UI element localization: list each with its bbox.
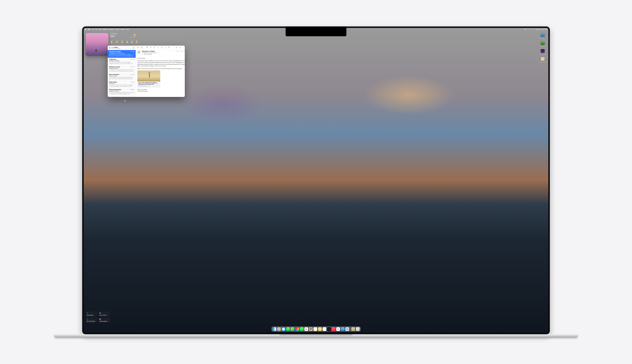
menu-message[interactable]: Message (108, 29, 114, 30)
envelope-icon[interactable] (137, 46, 139, 48)
desktop-file-label: Aura Portrait (540, 54, 546, 55)
menu-help[interactable]: Help (126, 29, 129, 30)
message-list-item[interactable]: Michael KlineburgerYesterdayBonjour from… (108, 88, 136, 96)
dock-app-finder[interactable] (272, 327, 276, 331)
compose-icon[interactable] (141, 46, 142, 48)
svg-point-14 (133, 47, 134, 48)
dock-app-app-store[interactable] (341, 327, 344, 331)
svg-rect-12 (100, 319, 100, 320)
link-preview-card[interactable]: Learn to fly | High Wind Paragliding | F… (137, 70, 160, 88)
reply-icon[interactable] (157, 46, 159, 48)
sender-avatar: AA (137, 50, 140, 54)
dock-app-calendar[interactable]: JUN5 (304, 327, 308, 331)
spotlight-icon[interactable] (530, 28, 532, 30)
link-preview-title: Learn to fly | High Wind Paragliding | F… (138, 82, 159, 85)
dock-app-maps[interactable] (291, 327, 294, 331)
message-list-item[interactable]: Adventure @ Apple9:01 AMParagliding excu… (108, 50, 136, 58)
mail-list-header: Inbox 11 messages (108, 46, 136, 50)
dock-app-music[interactable] (332, 327, 336, 331)
reply-all-icon[interactable] (161, 46, 163, 48)
dock-app-freeform[interactable] (322, 327, 326, 331)
list-subject: Paragliding excursion sign-up (109, 52, 134, 54)
weather-hourly: 10AM 11AM 12PM 1PM 2PM 3PM (110, 40, 138, 43)
filter-icon[interactable] (132, 47, 134, 49)
menu-mailbox[interactable]: Mailbox (103, 29, 107, 30)
shortcut-next-meeting[interactable]: Next Meeting (86, 312, 97, 316)
svg-rect-2 (526, 29, 526, 29)
list-subject: Bonjour from Paris (109, 90, 134, 92)
desktop-file-label: Dunk (541, 37, 544, 38)
body-line: Reply to this email to reserve your spot… (137, 68, 185, 70)
archive-icon[interactable] (146, 46, 148, 48)
menu-file[interactable]: File (92, 29, 94, 30)
dock-app-facetime[interactable] (300, 327, 304, 331)
app-name-menu[interactable]: Mail (88, 29, 90, 30)
junk-icon[interactable] (154, 46, 155, 48)
window-minimize-button[interactable] (111, 47, 112, 48)
forward-icon[interactable] (164, 46, 166, 48)
mail-window: Inbox 11 messages Adventure @ Apple9:01 … (108, 46, 185, 97)
music-note-icon (87, 318, 88, 320)
dock-app-contacts[interactable] (309, 327, 313, 331)
svg-rect-18 (137, 47, 139, 48)
menu-view[interactable]: View (99, 29, 102, 30)
weather-widget[interactable]: Cupertino ➤ 66° Sunny H:87° L:59° 10AM 1… (110, 33, 136, 47)
desktop-file-aura-portrait[interactable]: Aura Portrait (539, 49, 546, 55)
menu-edit[interactable]: Edit (95, 29, 97, 30)
message-body: Good morning, Adventure @ Apple is thril… (136, 56, 185, 97)
message-subject: Paragliding excursion sign-up (142, 52, 174, 53)
dock-app-tv[interactable]: tv (327, 327, 331, 331)
shortcut-meeting-agenda[interactable]: Meeting Agenda (98, 318, 110, 323)
list-subject: Deck for review (109, 75, 134, 76)
sun-icon (131, 42, 133, 43)
menu-format[interactable]: Format (115, 29, 119, 30)
dock-app-settings[interactable] (345, 327, 349, 331)
move-icon[interactable] (179, 46, 181, 48)
menubar-clock[interactable]: Mon Jun 5 9:41 AM (536, 29, 547, 30)
desktop-file-leaf-macro[interactable]: Leaf Macro (539, 41, 546, 47)
message-list-item[interactable]: Ty Booyzen8:51 AMMoving our meetingHey t… (108, 58, 136, 65)
dock-app-photos[interactable] (295, 327, 299, 331)
message-list-item[interactable]: Reece Schachne8:12 AMDeck for reviewGood… (108, 73, 136, 80)
chevron-down-icon[interactable] (172, 46, 174, 48)
svg-point-3 (531, 29, 532, 30)
paperclip-icon (133, 52, 134, 54)
dock-app-news[interactable]: N (336, 327, 340, 331)
body-line: See you up there! (137, 88, 185, 90)
dock-folder[interactable] (351, 327, 355, 331)
window-zoom-button[interactable] (112, 47, 114, 48)
photos-widget[interactable] (86, 33, 108, 56)
wifi-icon[interactable] (528, 28, 529, 30)
message-list-item[interactable]: Jenna KovalskyYesterdayWild ideaHi Craig… (108, 96, 136, 97)
dock-app-notes[interactable] (318, 327, 322, 331)
chevron-down-icon[interactable] (183, 46, 185, 48)
desktop-file-dunk[interactable]: Dunk (539, 33, 546, 38)
dock-app-safari[interactable] (282, 327, 286, 331)
battery-icon[interactable] (524, 28, 526, 30)
window-close-button[interactable] (109, 47, 110, 48)
sun-icon (122, 42, 123, 43)
mute-icon[interactable] (176, 46, 177, 48)
dock-app-messages[interactable] (286, 327, 290, 331)
message-list-item[interactable]: Brian Heung7:59 AMOut sick 😷Just a note … (108, 80, 136, 88)
message-list[interactable]: Adventure @ Apple9:01 AMParagliding excu… (108, 50, 136, 97)
desktop-file-white-sands[interactable]: White Sands (539, 57, 546, 63)
svg-rect-6 (534, 29, 534, 30)
menu-window[interactable]: Window (120, 29, 125, 30)
message-list-item[interactable]: Nicholas Circosta8:44 AMReady for pick-u… (108, 65, 136, 73)
shortcut-shot-on-iphone[interactable]: Shot on iPhone (98, 312, 110, 316)
dock-app-reminders[interactable] (314, 327, 317, 331)
list-time: 8:44 AM (130, 66, 134, 68)
svg-point-11 (88, 319, 88, 320)
list-time: 8:51 AM (130, 59, 134, 60)
dock-app-launchpad[interactable] (277, 327, 281, 331)
control-center-icon[interactable] (533, 28, 535, 30)
shortcut-play-chill-playlist[interactable]: Play Chill Playlist (86, 318, 97, 323)
dock-trash[interactable] (356, 327, 360, 331)
svg-point-9 (100, 313, 100, 313)
flag-icon[interactable] (168, 46, 170, 48)
svg-line-23 (176, 47, 177, 48)
trash-icon[interactable] (150, 46, 152, 48)
apple-menu[interactable] (85, 28, 86, 30)
calendar-icon (99, 318, 101, 320)
